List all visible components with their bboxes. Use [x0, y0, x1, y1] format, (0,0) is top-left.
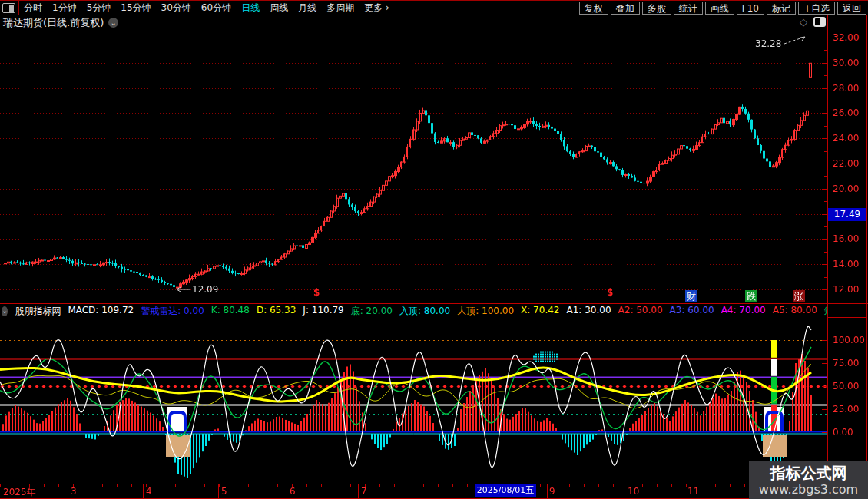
main-chart-canvas[interactable] — [0, 30, 827, 303]
price-axis-tick — [822, 214, 827, 215]
indicator-axis-tick — [822, 432, 827, 433]
price-axis-tick — [822, 113, 827, 114]
indicator-param: 短期底部: 0.00 — [824, 305, 827, 318]
month-gridline — [287, 484, 287, 499]
month-label-6: 6 — [290, 486, 296, 497]
period-item-周线[interactable]: 周线 — [270, 2, 288, 15]
price-axis-tick — [822, 138, 827, 139]
month-label-11: 11 — [687, 486, 699, 497]
right-frame-line — [866, 15, 867, 499]
watermark-box: 指标公式网 www.zbgs3.com — [749, 461, 868, 499]
indicator-header: ⌄ 股朋指标网 MACD: 109.72警戒雷达: 0.00K: 80.48D:… — [0, 304, 827, 318]
dividend-mark-icon: $ — [313, 287, 320, 298]
indicator-source-label: 股朋指标网 — [15, 305, 61, 318]
period-item-多周期[interactable]: 多周期 — [326, 2, 354, 15]
last-price-badge: 17.49 — [828, 208, 866, 221]
indicator-param: A1: 30.00 — [566, 305, 611, 318]
toolbar-button-复权[interactable]: 复权 — [579, 2, 608, 15]
indicator-axis-tick — [822, 363, 827, 364]
chart-title: 瑞达期货(日线.前复权) — [3, 16, 104, 30]
month-label-7: 7 — [361, 486, 367, 497]
indicator-tick-label: 25.00 — [833, 405, 866, 415]
watermark-site-name: 指标公式网 — [770, 464, 847, 482]
chevron-down-icon[interactable]: ⌄ — [108, 18, 118, 28]
toolbar-actions: 复权叠加多股统计画线F10标记+自选返回 — [579, 2, 866, 15]
price-tick-label: 20.00 — [833, 184, 866, 194]
axis-corner-box — [827, 303, 867, 318]
period-item-60分钟[interactable]: 60分钟 — [201, 2, 231, 15]
price-tick-label: 24.00 — [833, 134, 866, 144]
chevron-down-icon[interactable]: ⌄ — [2, 306, 8, 316]
price-axis-tick — [822, 38, 827, 38]
watermark-url: www.zbgs3.com — [759, 482, 858, 497]
toolbar-button-多股[interactable]: 多股 — [642, 2, 671, 15]
price-axis-tick — [822, 189, 827, 190]
event-badge-涨: 涨 — [793, 290, 805, 302]
toolbar-button-统计[interactable]: 统计 — [674, 2, 703, 15]
indicator-param: A3: 60.00 — [670, 305, 714, 318]
diamond-icon[interactable]: ◇ — [800, 16, 807, 28]
toolbar-button-画线[interactable]: 画线 — [705, 2, 734, 15]
indicator-axis-tick — [822, 340, 827, 341]
indicator-tick-label: 75.00 — [833, 359, 866, 368]
month-gridline — [684, 484, 684, 499]
month-label-5: 5 — [221, 486, 227, 497]
month-gridline — [547, 484, 548, 499]
indicator-tick-label: 0.00 — [833, 428, 866, 438]
toolbar-button-返回[interactable]: 返回 — [837, 2, 866, 15]
month-label-10: 10 — [628, 486, 639, 497]
period-item-5分钟[interactable]: 5分钟 — [87, 2, 111, 15]
period-item-日线[interactable]: 日线 — [241, 2, 260, 15]
period-item-30分钟[interactable]: 30分钟 — [161, 2, 191, 15]
price-axis-line — [827, 15, 828, 499]
month-gridline — [143, 484, 144, 499]
indicator-param: J: 110.79 — [303, 305, 343, 318]
toolbar-button-标记[interactable]: 标记 — [767, 2, 796, 15]
toolbar-button-F10[interactable]: F10 — [737, 2, 764, 15]
indicator-param: 大顶: 100.00 — [457, 305, 514, 318]
dividend-mark-icon: $ — [607, 287, 613, 298]
indicator-canvas[interactable] — [0, 318, 827, 484]
indicator-params: MACD: 109.72警戒雷达: 0.00K: 80.48D: 65.33J:… — [68, 305, 827, 318]
period-item-1分钟[interactable]: 1分钟 — [52, 2, 77, 15]
pane-split-icon[interactable] — [813, 17, 826, 27]
date-axis: 2025年 3456791011 2025/08/01五 — [0, 484, 868, 499]
price-tick-label: 14.00 — [833, 259, 866, 269]
indicator-param: 入顶: 80.00 — [399, 305, 450, 318]
indicator-param: A2: 50.00 — [618, 305, 663, 318]
chart-separator-line — [0, 303, 868, 304]
indicator-tick-label: 50.00 — [833, 382, 866, 392]
period-item-月线[interactable]: 月线 — [298, 2, 316, 15]
period-item-分时[interactable]: 分时 — [24, 2, 42, 15]
price-tick-label: 12.00 — [833, 285, 866, 295]
toolbar-divider — [18, 0, 19, 15]
indicator-param: A4: 70.00 — [721, 305, 766, 318]
price-tick-label: 28.00 — [833, 84, 866, 94]
period-item-15分钟[interactable]: 15分钟 — [121, 2, 151, 15]
event-badge-财: 财 — [685, 290, 697, 302]
indicator-param: K: 80.48 — [211, 305, 250, 318]
toolbar-button-叠加[interactable]: 叠加 — [611, 2, 640, 15]
toolbar-button-+自选[interactable]: +自选 — [798, 2, 835, 15]
price-tick-label: 22.00 — [833, 159, 866, 169]
indicator-param: 底: 20.00 — [351, 305, 393, 318]
selected-date-badge: 2025/08/01五 — [475, 484, 536, 497]
period-menu: 分时1分钟5分钟15分钟30分钟60分钟日线周线月线多周期更多 › — [24, 2, 389, 15]
month-gridline — [218, 484, 219, 499]
period-item-更多 ›[interactable]: 更多 › — [364, 2, 389, 15]
price-tick-label: 16.00 — [833, 234, 866, 244]
month-gridline — [358, 484, 359, 499]
month-gridline — [624, 484, 624, 499]
month-label-3: 3 — [71, 486, 77, 497]
price-tick-label: 32.00 — [833, 33, 866, 43]
indicator-param: 警戒雷达: 0.00 — [141, 305, 204, 318]
event-badge-跌: 跌 — [745, 290, 757, 302]
window-split-icon[interactable] — [2, 3, 15, 13]
indicator-param: MACD: 109.72 — [68, 305, 134, 318]
date-ticks — [0, 484, 827, 487]
indicator-param: X: 70.42 — [521, 305, 559, 318]
price-axis-tick — [822, 63, 827, 64]
indicator-axis-tick — [822, 386, 827, 387]
price-axis-tick — [822, 88, 827, 89]
trading-app-window: 分时1分钟5分钟15分钟30分钟60分钟日线周线月线多周期更多 › 复权叠加多股… — [0, 0, 868, 499]
